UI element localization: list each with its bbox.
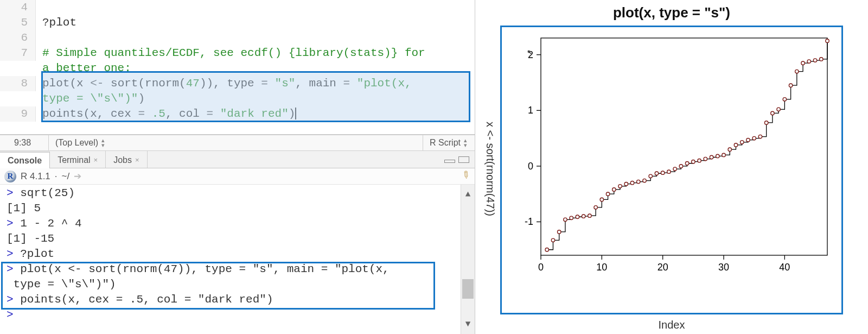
svg-point-65	[826, 39, 829, 42]
scrollbar[interactable]: ▲ ▼	[461, 185, 475, 334]
svg-point-60	[795, 70, 799, 73]
editor-status-bar: 9:38 (Top Level) ▴▾ R Script ▴▾	[0, 135, 475, 151]
scroll-thumb[interactable]	[462, 279, 474, 299]
working-directory: ~/	[62, 171, 70, 182]
svg-point-22	[564, 218, 567, 221]
arrow-right-icon[interactable]: ➔	[74, 171, 81, 182]
plot-title: plot(x, type = "s")	[500, 4, 843, 21]
svg-point-55	[764, 121, 768, 124]
svg-point-56	[771, 111, 774, 115]
tab-console[interactable]: Console	[0, 152, 50, 168]
svg-point-47	[716, 154, 719, 157]
console-tabs: Console Terminal × Jobs ×	[0, 151, 475, 168]
svg-point-57	[777, 108, 780, 111]
file-type-picker[interactable]: R Script ▴▾	[423, 135, 475, 150]
svg-point-21	[558, 230, 561, 234]
console-header: R R 4.1.1 · ~/ ➔ ✎	[0, 168, 475, 185]
svg-point-40	[673, 167, 676, 171]
svg-point-61	[801, 61, 805, 65]
tab-jobs[interactable]: Jobs ×	[106, 151, 147, 168]
minimize-icon[interactable]	[444, 160, 455, 163]
svg-point-36	[649, 174, 652, 178]
svg-point-59	[789, 84, 792, 87]
updown-icon: ▴▾	[101, 138, 105, 148]
svg-point-58	[783, 98, 786, 101]
svg-point-25	[582, 215, 585, 218]
svg-point-26	[588, 214, 591, 217]
svg-text:20: 20	[658, 262, 668, 273]
svg-point-43	[692, 160, 695, 163]
svg-point-35	[643, 179, 646, 182]
x-axis-label: Index	[659, 319, 685, 331]
svg-point-50	[734, 143, 737, 147]
r-version: R 4.1.1	[21, 171, 50, 182]
svg-point-46	[710, 155, 713, 159]
svg-point-64	[820, 58, 823, 61]
close-icon[interactable]: ×	[94, 156, 98, 164]
svg-rect-0	[541, 38, 827, 255]
svg-point-63	[813, 59, 816, 62]
pane-layout-icons[interactable]	[444, 156, 475, 163]
svg-point-34	[637, 180, 640, 183]
svg-text:10: 10	[596, 262, 607, 273]
source-editor[interactable]: 45?plot67# Simple quantiles/ECDF, see ec…	[0, 0, 475, 135]
svg-point-30	[612, 188, 616, 191]
updown-icon: ▴▾	[464, 138, 467, 148]
cursor-position: 9:38	[0, 135, 49, 150]
svg-point-45	[704, 157, 707, 160]
scroll-down-icon[interactable]: ▼	[465, 314, 471, 334]
plot-canvas: 010203040-1012	[506, 30, 837, 286]
y-axis-label: x <- sort(rnorm(47))	[484, 122, 496, 216]
svg-point-39	[667, 170, 671, 173]
workspace: 45?plot67# Simple quantiles/ECDF, see ec…	[0, 0, 868, 334]
svg-point-29	[606, 192, 609, 196]
svg-text:0: 0	[528, 161, 533, 172]
svg-point-33	[630, 181, 634, 184]
svg-text:1: 1	[528, 105, 533, 116]
svg-point-53	[752, 136, 756, 140]
svg-point-31	[618, 185, 622, 188]
svg-point-23	[570, 216, 573, 219]
svg-point-54	[758, 135, 762, 138]
svg-point-62	[807, 60, 810, 63]
svg-point-44	[698, 159, 701, 162]
svg-text:30: 30	[718, 262, 729, 273]
svg-point-49	[728, 148, 731, 151]
svg-point-19	[545, 248, 548, 251]
maximize-icon[interactable]	[458, 156, 469, 163]
svg-point-20	[551, 238, 554, 242]
svg-text:40: 40	[779, 262, 790, 273]
svg-point-42	[685, 162, 688, 165]
scope-picker[interactable]: (Top Level) ▴▾	[49, 138, 423, 148]
console-pane: Console Terminal × Jobs × R R 4.1.1	[0, 151, 475, 334]
svg-text:-1: -1	[525, 216, 533, 227]
svg-point-28	[600, 198, 603, 201]
tab-terminal[interactable]: Terminal ×	[50, 151, 106, 168]
svg-point-32	[624, 182, 628, 186]
svg-point-41	[679, 165, 682, 168]
close-icon[interactable]: ×	[135, 156, 139, 164]
svg-point-24	[576, 215, 579, 218]
clear-console-icon[interactable]: ✎	[459, 167, 475, 185]
svg-point-27	[594, 206, 597, 209]
plot-viewport[interactable]: ↖ 010203040-1012	[500, 26, 843, 314]
svg-text:0: 0	[538, 262, 544, 273]
svg-point-51	[741, 141, 744, 144]
console-output[interactable]: > sqrt(25)[1] 5> 1 - 2 ^ 4[1] -15> ?plot…	[0, 185, 475, 334]
svg-point-38	[661, 171, 664, 174]
svg-point-48	[722, 153, 725, 156]
svg-point-52	[746, 138, 750, 141]
left-pane: 45?plot67# Simple quantiles/ECDF, see ec…	[0, 0, 475, 334]
r-logo-icon: R	[4, 171, 16, 182]
scroll-up-icon[interactable]: ▲	[465, 185, 471, 204]
plots-pane: plot(x, type = "s") ↖ 010203040-1012 x <…	[475, 0, 868, 334]
svg-text:2: 2	[528, 49, 533, 60]
svg-point-37	[655, 172, 658, 175]
